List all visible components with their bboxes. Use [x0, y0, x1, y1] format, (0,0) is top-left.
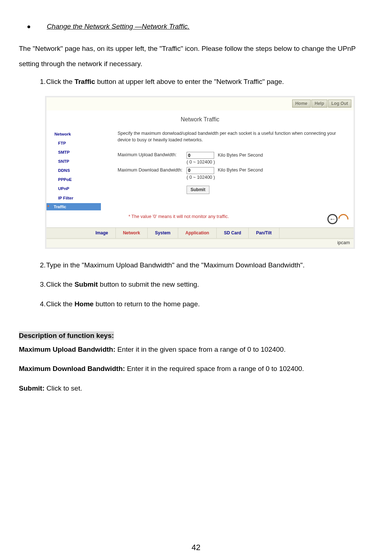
description-block: Description of function keys: Maximum Up… — [19, 331, 373, 393]
bold-term: Traffic — [74, 78, 95, 85]
description-heading: Description of function keys: — [19, 331, 114, 340]
step-number: 1. — [19, 76, 46, 87]
step-number: 3. — [19, 279, 46, 290]
bold-term: Home — [74, 300, 94, 308]
download-label: Maximum Download Bandwidth: — [118, 167, 187, 173]
download-row: Maximum Download Bandwidth: Kilo Bytes P… — [118, 167, 345, 181]
desc-text: Enter it in the given space from a range… — [117, 346, 286, 353]
sidebar-item-ddns[interactable]: DDNS — [52, 166, 101, 175]
download-input[interactable] — [187, 167, 214, 174]
step-text: Click the Submit button to submit the ne… — [46, 279, 373, 290]
sidebar-item-network[interactable]: Network — [52, 130, 101, 139]
logout-button[interactable]: Log Out — [328, 100, 351, 108]
content-area: Specify the maximum donwload/upload band… — [101, 130, 354, 220]
list-item: 1. Click the Traffic button at upper lef… — [19, 76, 373, 87]
desc-text: Click to set. — [46, 384, 82, 392]
step-list: 1. Click the Traffic button at upper lef… — [19, 76, 373, 87]
sidebar-item-pppoe[interactable]: PPPoE — [52, 175, 101, 185]
intro-paragraph: The "Network" page has, on its upper lef… — [19, 41, 373, 72]
list-item: 3. Click the Submit button to submit the… — [19, 279, 373, 290]
tab-pantilt[interactable]: Pan/Tilt — [249, 228, 279, 238]
sidebar-item-sntp[interactable]: SNTP — [52, 157, 101, 166]
submit-button[interactable]: Submit — [187, 186, 209, 194]
step-list-continued: 2. Type in the "Maximum Upload Bandwidth… — [19, 260, 373, 309]
header-nav: Home Help Log Out — [291, 100, 351, 108]
upload-input[interactable] — [187, 152, 214, 159]
download-unit: Kilo Bytes Per Second — [218, 167, 263, 174]
desc-label: Maximum Upload Bandwidth: — [19, 346, 117, 353]
home-button[interactable]: Home — [292, 100, 311, 108]
step-number: 4. — [19, 299, 46, 309]
tab-sdcard[interactable]: SD Card — [217, 228, 249, 238]
step-text: Type in the "Maximum Upload Bandwidth" a… — [46, 260, 373, 270]
refresh-icon[interactable] — [336, 212, 350, 226]
tab-system[interactable]: System — [148, 228, 178, 238]
footer-brand: ipcam — [46, 238, 354, 247]
page-title: Network Traffic — [46, 110, 354, 130]
header-bar: Home Help Log Out — [46, 97, 354, 110]
back-arrow-icon[interactable]: ← — [327, 214, 338, 224]
sidebar-item-ipfilter[interactable]: IP Filter — [52, 194, 101, 203]
sidebar-item-smtp[interactable]: SMTP — [52, 148, 101, 157]
list-item: 2. Type in the "Maximum Upload Bandwidth… — [19, 260, 373, 270]
upload-range: ( 0 ~ 102400 ) — [187, 159, 291, 166]
description-text: Specify the maximum donwload/upload band… — [118, 130, 345, 143]
list-item: 4. Click the Home button to return to th… — [19, 299, 373, 309]
upload-unit: Kilo Bytes Per Second — [218, 152, 263, 159]
download-range: ( 0 ~ 102400 ) — [187, 174, 291, 181]
step-text: Click the Traffic button at upper left a… — [46, 76, 373, 87]
sidebar-item-traffic[interactable]: Traffic — [46, 203, 101, 210]
section-title: Change the Network Setting —Network Traf… — [47, 22, 190, 32]
desc-label: Maximum Download Bandwidth: — [19, 365, 127, 372]
embedded-screenshot: Home Help Log Out Network Traffic Networ… — [45, 96, 355, 249]
tab-application[interactable]: Application — [178, 228, 217, 238]
tab-image[interactable]: Image — [88, 228, 116, 238]
help-button[interactable]: Help — [311, 100, 327, 108]
sidebar-item-upnp[interactable]: UPnP — [52, 185, 101, 194]
page-number: 42 — [19, 542, 373, 553]
section-bullet: ● Change the Network Setting —Network Tr… — [19, 22, 373, 32]
desc-label: Submit: — [19, 384, 46, 392]
sidebar: Network FTP SMTP SNTP DDNS PPPoE UPnP IP… — [46, 130, 101, 220]
main-panel: Network Traffic Network FTP SMTP SNTP DD… — [46, 110, 354, 238]
upload-label: Maximum Upload Bandwidth: — [118, 152, 187, 158]
tab-network[interactable]: Network — [116, 228, 148, 238]
bottom-nav: Image Network System Application SD Card… — [46, 227, 354, 238]
bullet-icon: ● — [27, 22, 31, 31]
note-text: * The value '0' means it will not monito… — [128, 214, 345, 220]
sidebar-item-ftp[interactable]: FTP — [52, 139, 101, 148]
upload-row: Maximum Upload Bandwidth: Kilo Bytes Per… — [118, 152, 345, 166]
desc-text: Enter it in the required space from a ra… — [127, 365, 304, 372]
nav-control-icons: ← — [327, 214, 348, 224]
step-number: 2. — [19, 260, 46, 270]
step-text: Click the Home button to return to the h… — [46, 299, 373, 309]
bold-term: Submit — [74, 280, 98, 288]
